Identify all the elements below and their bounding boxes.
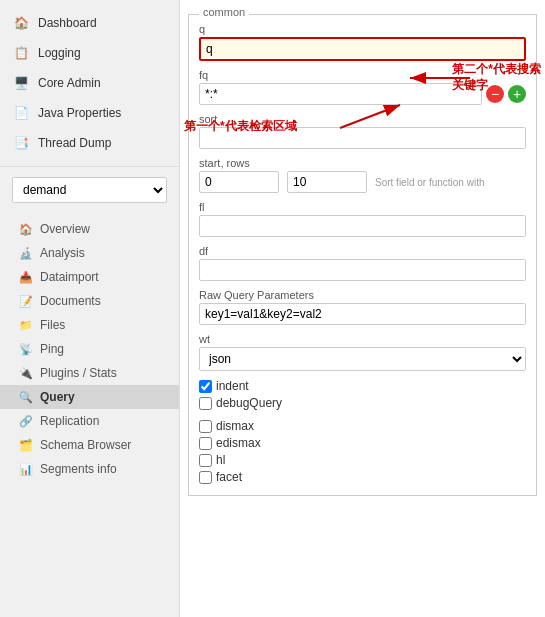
sort-group: sort bbox=[199, 113, 526, 149]
raw-query-input[interactable] bbox=[199, 303, 526, 325]
edismax-checkbox[interactable] bbox=[199, 437, 212, 450]
top-nav: 🏠 Dashboard 📋 Logging 🖥️ Core Admin 📄 Ja… bbox=[0, 0, 179, 167]
sidebar-item-label: Ping bbox=[40, 342, 64, 356]
plugins-stats-icon: 🔌 bbox=[18, 365, 34, 381]
sidebar: 🏠 Dashboard 📋 Logging 🖥️ Core Admin 📄 Ja… bbox=[0, 0, 180, 617]
df-group: df bbox=[199, 245, 526, 281]
rows-input[interactable] bbox=[287, 171, 367, 193]
sidebar-item-label: Replication bbox=[40, 414, 99, 428]
sidebar-item-files[interactable]: 📁 Files bbox=[0, 313, 179, 337]
q-label: q bbox=[199, 23, 526, 35]
sort-hint: Sort field or function with bbox=[375, 177, 526, 188]
sidebar-item-core-admin[interactable]: 🖥️ Core Admin bbox=[0, 68, 179, 98]
sidebar-item-dataimport[interactable]: 📥 Dataimport bbox=[0, 265, 179, 289]
wt-select[interactable]: json xml csv python ruby php phps veloci… bbox=[199, 347, 526, 371]
ping-icon: 📡 bbox=[18, 341, 34, 357]
main-content: common q fq − + sort start, rows bbox=[180, 0, 545, 617]
sidebar-item-label: Thread Dump bbox=[38, 136, 111, 150]
core-admin-icon: 🖥️ bbox=[12, 74, 30, 92]
df-input[interactable] bbox=[199, 259, 526, 281]
wt-group: wt json xml csv python ruby php phps vel… bbox=[199, 333, 526, 371]
sidebar-item-overview[interactable]: 🏠 Overview bbox=[0, 217, 179, 241]
sidebar-item-label: Logging bbox=[38, 46, 81, 60]
indent-checkbox-group: indent bbox=[199, 379, 526, 393]
fq-group: fq − + bbox=[199, 69, 526, 105]
sidebar-item-segments-info[interactable]: 📊 Segments info bbox=[0, 457, 179, 481]
facet-checkbox[interactable] bbox=[199, 471, 212, 484]
edismax-label: edismax bbox=[216, 436, 261, 450]
sidebar-item-label: Query bbox=[40, 390, 75, 404]
indent-label: indent bbox=[216, 379, 249, 393]
sidebar-item-label: Segments info bbox=[40, 462, 117, 476]
fieldset-legend: common bbox=[199, 6, 249, 18]
core-dropdown-wrapper: demand bbox=[8, 173, 171, 207]
dismax-checkbox[interactable] bbox=[199, 420, 212, 433]
dataimport-icon: 📥 bbox=[18, 269, 34, 285]
sidebar-item-label: Plugins / Stats bbox=[40, 366, 117, 380]
sidebar-item-label: Core Admin bbox=[38, 76, 101, 90]
add-fq-button[interactable]: + bbox=[508, 85, 526, 103]
fq-label: fq bbox=[199, 69, 526, 81]
start-rows-row: Sort field or function with bbox=[199, 171, 526, 193]
sidebar-item-label: Overview bbox=[40, 222, 90, 236]
sidebar-item-schema-browser[interactable]: 🗂️ Schema Browser bbox=[0, 433, 179, 457]
dismax-checkbox-group: dismax bbox=[199, 419, 526, 433]
q-group: q bbox=[199, 23, 526, 61]
overview-icon: 🏠 bbox=[18, 221, 34, 237]
sort-label: sort bbox=[199, 113, 526, 125]
fq-input[interactable] bbox=[199, 83, 482, 105]
remove-fq-button[interactable]: − bbox=[486, 85, 504, 103]
sidebar-item-dashboard[interactable]: 🏠 Dashboard bbox=[0, 8, 179, 38]
sidebar-item-thread-dump[interactable]: 📑 Thread Dump bbox=[0, 128, 179, 158]
df-label: df bbox=[199, 245, 526, 257]
fq-row: − + bbox=[199, 83, 526, 105]
sidebar-item-label: Documents bbox=[40, 294, 101, 308]
start-rows-label: start, rows bbox=[199, 157, 526, 169]
sidebar-item-label: Schema Browser bbox=[40, 438, 131, 452]
debugQuery-label: debugQuery bbox=[216, 396, 282, 410]
indent-checkbox[interactable] bbox=[199, 380, 212, 393]
sidebar-item-label: Java Properties bbox=[38, 106, 121, 120]
logging-icon: 📋 bbox=[12, 44, 30, 62]
start-input[interactable] bbox=[199, 171, 279, 193]
common-fieldset: common q fq − + sort start, rows bbox=[188, 14, 537, 496]
sidebar-item-documents[interactable]: 📝 Documents bbox=[0, 289, 179, 313]
schema-browser-icon: 🗂️ bbox=[18, 437, 34, 453]
fl-input[interactable] bbox=[199, 215, 526, 237]
segments-info-icon: 📊 bbox=[18, 461, 34, 477]
sidebar-item-replication[interactable]: 🔗 Replication bbox=[0, 409, 179, 433]
files-icon: 📁 bbox=[18, 317, 34, 333]
fl-label: fl bbox=[199, 201, 526, 213]
sidebar-item-plugins-stats[interactable]: 🔌 Plugins / Stats bbox=[0, 361, 179, 385]
sort-input[interactable] bbox=[199, 127, 526, 149]
analysis-icon: 🔬 bbox=[18, 245, 34, 261]
sidebar-item-analysis[interactable]: 🔬 Analysis bbox=[0, 241, 179, 265]
wt-label: wt bbox=[199, 333, 526, 345]
sidebar-item-logging[interactable]: 📋 Logging bbox=[0, 38, 179, 68]
hl-checkbox-group: hl bbox=[199, 453, 526, 467]
raw-query-group: Raw Query Parameters bbox=[199, 289, 526, 325]
q-input[interactable] bbox=[199, 37, 526, 61]
sidebar-item-label: Analysis bbox=[40, 246, 85, 260]
thread-dump-icon: 📑 bbox=[12, 134, 30, 152]
fl-group: fl bbox=[199, 201, 526, 237]
edismax-checkbox-group: edismax bbox=[199, 436, 526, 450]
sidebar-item-query[interactable]: 🔍 Query bbox=[0, 385, 179, 409]
dismax-label: dismax bbox=[216, 419, 254, 433]
hl-label: hl bbox=[216, 453, 225, 467]
facet-checkbox-group: facet bbox=[199, 470, 526, 484]
core-select[interactable]: demand bbox=[12, 177, 167, 203]
sidebar-item-label: Dataimport bbox=[40, 270, 99, 284]
replication-icon: 🔗 bbox=[18, 413, 34, 429]
sidebar-item-java-properties[interactable]: 📄 Java Properties bbox=[0, 98, 179, 128]
hl-checkbox[interactable] bbox=[199, 454, 212, 467]
core-sub-nav: 🏠 Overview 🔬 Analysis 📥 Dataimport 📝 Doc… bbox=[0, 213, 179, 485]
sidebar-item-ping[interactable]: 📡 Ping bbox=[0, 337, 179, 361]
documents-icon: 📝 bbox=[18, 293, 34, 309]
start-rows-group: start, rows Sort field or function with bbox=[199, 157, 526, 193]
debugQuery-checkbox[interactable] bbox=[199, 397, 212, 410]
java-properties-icon: 📄 bbox=[12, 104, 30, 122]
core-section: demand bbox=[0, 167, 179, 213]
dashboard-icon: 🏠 bbox=[12, 14, 30, 32]
sidebar-item-label: Dashboard bbox=[38, 16, 97, 30]
